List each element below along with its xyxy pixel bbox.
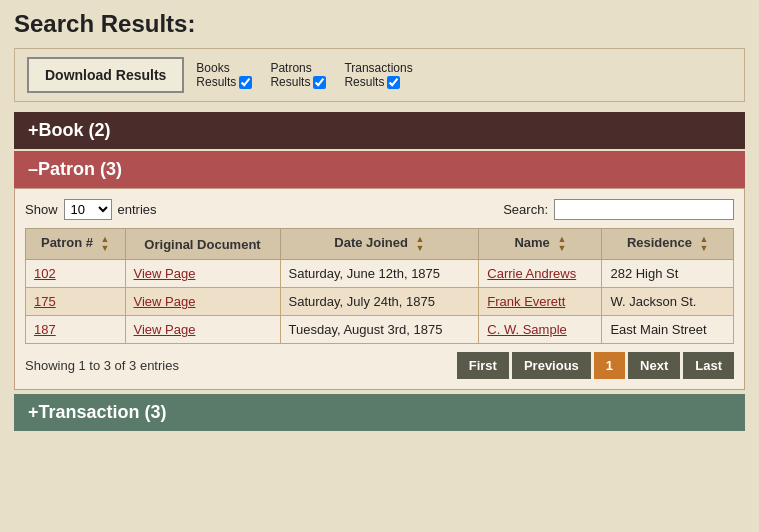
books-checkbox-group: Books Results xyxy=(196,61,252,89)
col-residence[interactable]: Residence ▲▼ xyxy=(602,229,734,260)
download-results-button[interactable]: Download Results xyxy=(27,57,184,93)
name-link[interactable]: Frank Everett xyxy=(487,294,565,309)
sort-arrows-date-joined: ▲▼ xyxy=(416,235,425,253)
sort-arrows-name: ▲▼ xyxy=(557,235,566,253)
patron-section-label: –Patron (3) xyxy=(28,159,122,180)
table-row: 187View PageTuesday, August 3rd, 1875C. … xyxy=(26,316,734,344)
original-doc-link[interactable]: View Page xyxy=(134,322,196,337)
date-joined-cell: Saturday, July 24th, 1875 xyxy=(280,288,479,316)
last-page-button[interactable]: Last xyxy=(683,352,734,379)
col-patron-num[interactable]: Patron # ▲▼ xyxy=(26,229,126,260)
col-name[interactable]: Name ▲▼ xyxy=(479,229,602,260)
col-date-joined[interactable]: Date Joined ▲▼ xyxy=(280,229,479,260)
next-page-button[interactable]: Next xyxy=(628,352,680,379)
transactions-label: Transactions xyxy=(344,61,412,75)
table-row: 175View PageSaturday, July 24th, 1875Fra… xyxy=(26,288,734,316)
search-label: Search: xyxy=(503,202,548,217)
patron-content: Show 10 25 50 100 entries Search: Patron… xyxy=(14,188,745,390)
patrons-checkbox-group: Patrons Results xyxy=(270,61,326,89)
first-page-button[interactable]: First xyxy=(457,352,509,379)
patrons-results-label: Results xyxy=(270,75,310,89)
table-controls: Show 10 25 50 100 entries Search: xyxy=(25,199,734,220)
patrons-label: Patrons xyxy=(270,61,311,75)
patron-num-link[interactable]: 175 xyxy=(34,294,56,309)
name-link[interactable]: Carrie Andrews xyxy=(487,266,576,281)
original-doc-link[interactable]: View Page xyxy=(134,294,196,309)
pagination: First Previous 1 Next Last xyxy=(457,352,734,379)
page-title: Search Results: xyxy=(14,10,745,38)
transaction-section-header[interactable]: +Transaction (3) xyxy=(14,394,745,431)
results-table: Patron # ▲▼ Original Document Date Joine… xyxy=(25,228,734,344)
filter-checkboxes: Books Results Patrons Results Transactio… xyxy=(196,61,412,89)
table-header-row: Patron # ▲▼ Original Document Date Joine… xyxy=(26,229,734,260)
books-checkbox[interactable] xyxy=(239,76,252,89)
entries-label: entries xyxy=(118,202,157,217)
book-section-header[interactable]: +Book (2) xyxy=(14,112,745,149)
transactions-results-label: Results xyxy=(344,75,384,89)
show-label: Show xyxy=(25,202,58,217)
date-joined-cell: Tuesday, August 3rd, 1875 xyxy=(280,316,479,344)
transactions-checkbox[interactable] xyxy=(387,76,400,89)
sort-arrows-residence: ▲▼ xyxy=(700,235,709,253)
previous-page-button[interactable]: Previous xyxy=(512,352,591,379)
show-entries-control: Show 10 25 50 100 entries xyxy=(25,199,157,220)
sort-arrows-patron-num: ▲▼ xyxy=(101,235,110,253)
col-original-doc[interactable]: Original Document xyxy=(125,229,280,260)
residence-cell: W. Jackson St. xyxy=(602,288,734,316)
toolbar: Download Results Books Results Patrons R… xyxy=(14,48,745,102)
book-section-label: +Book (2) xyxy=(28,120,111,141)
residence-cell: 282 High St xyxy=(602,260,734,288)
table-body: 102View PageSaturday, June 12th, 1875Car… xyxy=(26,260,734,344)
search-input[interactable] xyxy=(554,199,734,220)
date-joined-cell: Saturday, June 12th, 1875 xyxy=(280,260,479,288)
entries-per-page-select[interactable]: 10 25 50 100 xyxy=(64,199,112,220)
books-label: Books xyxy=(196,61,229,75)
original-doc-link[interactable]: View Page xyxy=(134,266,196,281)
transactions-checkbox-group: Transactions Results xyxy=(344,61,412,89)
books-results-label: Results xyxy=(196,75,236,89)
search-box: Search: xyxy=(503,199,734,220)
table-row: 102View PageSaturday, June 12th, 1875Car… xyxy=(26,260,734,288)
transaction-section-label: +Transaction (3) xyxy=(28,402,167,423)
residence-cell: East Main Street xyxy=(602,316,734,344)
table-footer: Showing 1 to 3 of 3 entries First Previo… xyxy=(25,352,734,379)
patron-num-link[interactable]: 102 xyxy=(34,266,56,281)
patron-section-header[interactable]: –Patron (3) xyxy=(14,151,745,188)
patrons-checkbox[interactable] xyxy=(313,76,326,89)
patron-num-link[interactable]: 187 xyxy=(34,322,56,337)
name-link[interactable]: C. W. Sample xyxy=(487,322,566,337)
current-page-button[interactable]: 1 xyxy=(594,352,625,379)
showing-text: Showing 1 to 3 of 3 entries xyxy=(25,358,179,373)
